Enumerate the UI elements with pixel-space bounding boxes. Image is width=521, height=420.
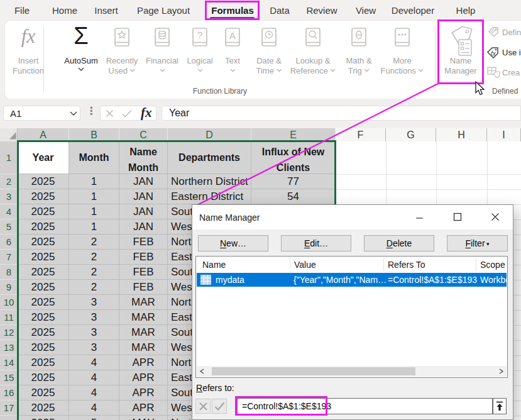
svg-text:A: A — [229, 30, 236, 41]
svg-text:?: ? — [197, 30, 202, 40]
svg-text:fx: fx — [491, 50, 496, 57]
